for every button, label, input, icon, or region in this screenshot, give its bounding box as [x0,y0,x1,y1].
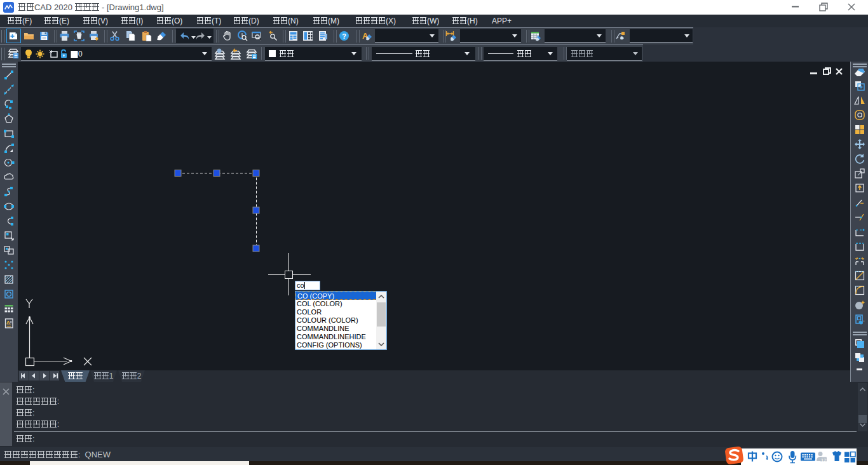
svg-text:12: 12 [821,457,826,463]
svg-text:?: ? [342,32,346,40]
svg-text:A: A [6,320,10,325]
